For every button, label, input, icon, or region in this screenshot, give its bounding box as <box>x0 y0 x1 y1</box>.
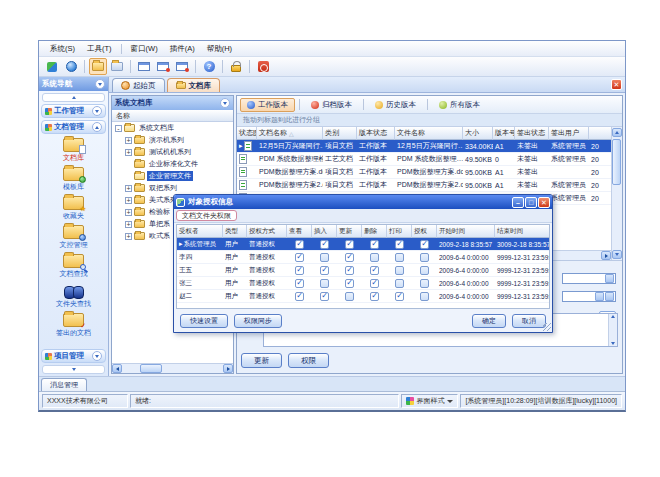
grid-column-header[interactable]: 文档名称△ <box>257 127 323 140</box>
permission-checkbox[interactable]: ✓ <box>395 279 404 288</box>
menu-item[interactable]: 窗口(W) <box>126 43 163 55</box>
dialog-column-header[interactable]: 插入 <box>312 225 337 238</box>
table-row[interactable]: PDM数据整理方案.doc项目文档工作版本PDM数据整理方案.doc95.00K… <box>237 166 611 179</box>
form-button-更新[interactable]: 更新 <box>241 353 282 368</box>
sidebar-item-模板库[interactable]: 模板库 <box>39 166 108 193</box>
toolbar-button-help[interactable]: ? <box>200 58 218 75</box>
tree-column-header[interactable]: 名称 <box>112 110 233 122</box>
toolbar-button-mail-open[interactable] <box>154 58 172 75</box>
permission-checkbox[interactable]: ✓ <box>320 292 329 301</box>
tree-node[interactable]: 企业管理文件 <box>112 170 233 182</box>
tree-node[interactable]: +测试机机系列 <box>112 146 233 158</box>
lookup-button[interactable] <box>605 292 614 301</box>
permission-checkbox[interactable]: ✓ <box>320 253 329 262</box>
grid-column-header[interactable]: 版本状态 <box>357 127 395 140</box>
scroll-right-button[interactable] <box>223 364 233 373</box>
tab-start-page[interactable]: 起始页 <box>112 78 165 92</box>
dialog-column-header[interactable]: 类型 <box>223 225 247 238</box>
version-button-历史版本[interactable]: 历史版本 <box>368 98 423 112</box>
sidebar-item-文件夹查找[interactable]: 文件夹查找 <box>39 282 108 310</box>
property-input[interactable] <box>562 273 616 284</box>
permission-checkbox[interactable]: ✓ <box>420 253 429 262</box>
permission-checkbox[interactable]: ✓ <box>370 292 379 301</box>
table-row[interactable]: PDM数据整理方案2.doc项目文档工作版本PDM数据整理方案2.doc95.0… <box>237 179 611 192</box>
permission-checkbox[interactable]: ✓ <box>420 292 429 301</box>
dialog-column-header[interactable]: 受权者 <box>177 225 223 238</box>
toolbar-button-mail[interactable] <box>135 58 153 75</box>
tree-node[interactable]: +双把系列 <box>112 182 233 194</box>
maximize-button[interactable]: □ <box>525 197 537 208</box>
tab-message-management[interactable]: 消息管理 <box>41 378 87 391</box>
dialog-column-header[interactable]: 删除 <box>362 225 387 238</box>
tree-expander[interactable]: + <box>125 137 132 144</box>
menu-item[interactable]: 插件(A) <box>165 43 200 55</box>
property-input[interactable] <box>562 291 616 302</box>
authorization-row[interactable]: 李四用户普通授权✓✓✓✓✓✓2009-6-4 0:00:009999-12-31… <box>177 251 549 264</box>
minimize-button[interactable]: – <box>512 197 524 208</box>
permission-checkbox[interactable]: ✓ <box>345 266 354 275</box>
section-toggle-button[interactable] <box>92 122 102 132</box>
tree-expander[interactable]: + <box>125 221 132 228</box>
scroll-down-button[interactable] <box>612 250 622 259</box>
dialog-button-快速设置[interactable]: 快速设置 <box>180 314 228 328</box>
version-button-工作版本[interactable]: 工作版本 <box>240 98 295 112</box>
sidebar-section-项目管理[interactable]: 项目管理 <box>41 349 106 363</box>
tree-expander[interactable]: + <box>125 233 132 240</box>
resize-grip[interactable] <box>543 323 551 331</box>
tree-expander[interactable]: - <box>115 125 122 132</box>
permission-checkbox[interactable]: ✓ <box>345 240 354 249</box>
lookup-button[interactable] <box>595 292 604 301</box>
grid-column-header[interactable]: 签出用户 <box>549 127 589 140</box>
dialog-column-header[interactable]: 更新 <box>337 225 362 238</box>
dialog-column-header[interactable]: 打印 <box>387 225 412 238</box>
sidebar-item-收藏夹[interactable]: ★收藏夹 <box>39 195 108 222</box>
scrollbar-track[interactable] <box>122 364 223 373</box>
permission-checkbox[interactable]: ✓ <box>395 266 404 275</box>
permission-checkbox[interactable]: ✓ <box>420 266 429 275</box>
menu-item[interactable]: 系统(S) <box>45 43 80 55</box>
scrollbar-thumb[interactable] <box>612 139 621 185</box>
permission-checkbox[interactable]: ✓ <box>345 292 354 301</box>
dialog-column-header[interactable]: 开始时间 <box>437 225 495 238</box>
permission-checkbox[interactable]: ✓ <box>320 279 329 288</box>
grid-column-header[interactable]: 类别 <box>323 127 357 140</box>
sidebar-item-文控管理[interactable]: 文控管理 <box>39 224 108 251</box>
dialog-button-确定[interactable]: 确定 <box>472 314 506 328</box>
permission-checkbox[interactable]: ✓ <box>295 279 304 288</box>
sidebar-section-文档管理[interactable]: 文档管理 <box>41 120 106 134</box>
toolbar-button-open-folder[interactable] <box>89 58 107 75</box>
permission-checkbox[interactable]: ✓ <box>295 266 304 275</box>
folder-permission-tab-button[interactable]: 文档文件夹权限 <box>176 210 237 221</box>
permission-checkbox[interactable]: ✓ <box>370 266 379 275</box>
toolbar-button-globe[interactable] <box>62 58 80 75</box>
version-button-所有版本[interactable]: 所有版本 <box>432 98 487 112</box>
permission-checkbox[interactable]: ✓ <box>420 279 429 288</box>
permission-checkbox[interactable]: ✓ <box>395 253 404 262</box>
permission-checkbox[interactable]: ✓ <box>370 240 379 249</box>
scroll-up-button[interactable] <box>612 128 622 137</box>
dialog-column-header[interactable]: 结束时间 <box>495 225 550 238</box>
sidebar-pin-button[interactable] <box>95 79 105 89</box>
tree-expander[interactable]: + <box>125 209 132 216</box>
sidebar-scroll-up[interactable] <box>42 93 105 102</box>
grid-column-header[interactable]: 大小 <box>463 127 493 140</box>
form-button-权限[interactable]: 权限 <box>288 353 329 368</box>
tree-horizontal-scrollbar[interactable] <box>112 363 233 373</box>
version-button-归档版本[interactable]: 归档版本 <box>304 98 359 112</box>
scroll-left-button[interactable] <box>112 364 122 373</box>
permission-checkbox[interactable]: ✓ <box>395 240 404 249</box>
section-toggle-button[interactable] <box>92 106 102 116</box>
close-tab-button[interactable]: ✕ <box>611 79 622 90</box>
toolbar-button-exit[interactable] <box>254 58 272 75</box>
grid-column-header[interactable]: 文件名称 <box>395 127 463 140</box>
dialog-column-header[interactable]: 查看 <box>287 225 312 238</box>
grid-column-header[interactable]: 签出状态 <box>515 127 549 140</box>
permission-checkbox[interactable]: ✓ <box>420 240 429 249</box>
remark-scrollbar[interactable] <box>608 314 617 346</box>
permission-checkbox[interactable]: ✓ <box>345 253 354 262</box>
authorization-row[interactable]: 张三用户普通授权✓✓✓✓✓✓2009-6-4 0:00:009999-12-31… <box>177 277 549 290</box>
toolbar-button-lock[interactable] <box>227 58 245 75</box>
ui-style-selector[interactable]: 界面样式 <box>401 394 458 408</box>
dialog-button-权限同步[interactable]: 权限同步 <box>234 314 282 328</box>
tree-node[interactable]: 企业标准化文件 <box>112 158 233 170</box>
